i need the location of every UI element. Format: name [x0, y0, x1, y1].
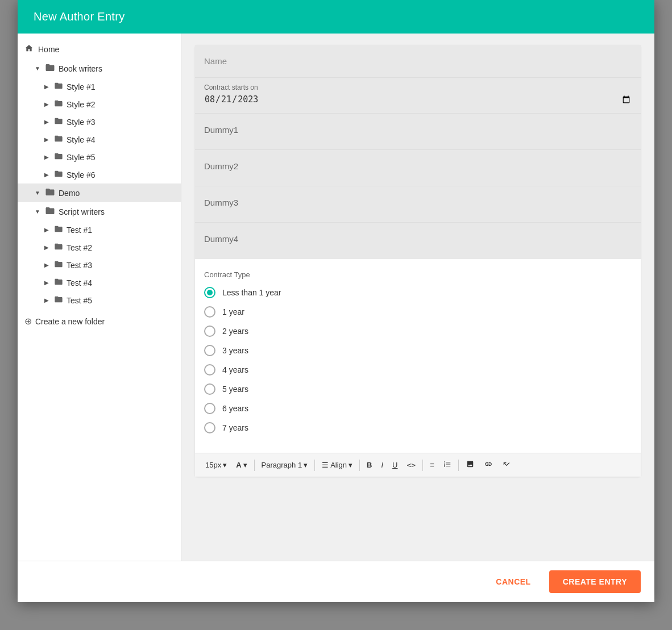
paragraph-label: Paragraph 1: [262, 461, 302, 469]
contract-type-label: Contract Type: [204, 270, 632, 279]
radio-circle-4-years: [204, 364, 215, 376]
folder-icon-test-5: [54, 295, 63, 306]
dummy3-field[interactable]: Dummy3: [195, 186, 641, 223]
demo-label: Demo: [59, 189, 80, 198]
radio-3-years[interactable]: 3 years: [204, 345, 632, 356]
sidebar-item-script-writers[interactable]: ▼ Script writers: [18, 202, 181, 221]
dummy4-field[interactable]: Dummy4: [195, 223, 641, 259]
bold-label: B: [367, 461, 372, 469]
sidebar-item-test-2[interactable]: ▶ Test #2: [18, 239, 181, 256]
radio-2-years[interactable]: 2 years: [204, 326, 632, 337]
modal-container: New Author Entry Home ▼ Book writers: [18, 0, 654, 602]
sidebar-item-home[interactable]: Home: [18, 39, 181, 59]
embed-button[interactable]: [499, 458, 515, 472]
arrow-style-2: ▶: [43, 101, 51, 109]
font-color-arrow: ▾: [243, 461, 247, 469]
folder-icon-test-2: [54, 242, 63, 253]
align-select[interactable]: ☰ Align ▾: [318, 458, 356, 472]
modal-body: Home ▼ Book writers ▶ Style #1 ▶: [18, 34, 654, 561]
sidebar-item-test-4[interactable]: ▶ Test #4: [18, 274, 181, 291]
radio-less-than-1-year[interactable]: Less than 1 year: [204, 287, 632, 298]
radio-1-year[interactable]: 1 year: [204, 306, 632, 318]
font-size-select[interactable]: 15px ▾: [202, 458, 230, 472]
unordered-list-button[interactable]: ≡: [426, 458, 438, 472]
dummy2-field[interactable]: Dummy2: [195, 150, 641, 186]
modal-footer: CANCEL CREATE ENTRY: [18, 561, 654, 602]
folder-icon-demo: [45, 187, 55, 199]
radio-circle-less-than-1-year: [204, 287, 215, 298]
ordered-list-button[interactable]: [440, 458, 455, 472]
folder-icon-book-writers: [45, 62, 55, 74]
radio-label-2-years: 2 years: [222, 327, 248, 336]
italic-label: I: [381, 461, 383, 469]
sidebar-item-test-3[interactable]: ▶ Test #3: [18, 256, 181, 274]
style-4-label: Style #4: [67, 135, 96, 144]
sidebar-item-book-writers[interactable]: ▼ Book writers: [18, 59, 181, 78]
font-color-select[interactable]: A ▾: [233, 458, 250, 472]
arrow-test-5: ▶: [43, 297, 51, 304]
folder-icon-test-3: [54, 260, 63, 270]
radio-circle-2-years: [204, 326, 215, 337]
expand-arrow-script-writers: ▼: [34, 208, 42, 216]
folder-icon-test-4: [54, 277, 63, 288]
radio-circle-1-year: [204, 306, 215, 318]
sidebar-item-style-5[interactable]: ▶ Style #5: [18, 148, 181, 166]
style-6-label: Style #6: [67, 170, 96, 180]
radio-label-3-years: 3 years: [222, 346, 248, 355]
italic-button[interactable]: I: [378, 458, 387, 472]
cancel-button[interactable]: CANCEL: [487, 571, 540, 592]
folder-icon-style-6: [54, 169, 63, 180]
folder-icon-style-2: [54, 99, 63, 110]
arrow-test-2: ▶: [43, 244, 51, 252]
sidebar-item-test-5[interactable]: ▶ Test #5: [18, 291, 181, 309]
sidebar-item-style-4[interactable]: ▶ Style #4: [18, 131, 181, 148]
sidebar-item-style-2[interactable]: ▶ Style #2: [18, 95, 181, 113]
radio-5-years[interactable]: 5 years: [204, 383, 632, 395]
sidebar-item-test-1[interactable]: ▶ Test #1: [18, 221, 181, 239]
link-button[interactable]: [480, 458, 496, 472]
dummy3-label: Dummy3: [204, 198, 238, 207]
dummy1-field[interactable]: Dummy1: [195, 114, 641, 150]
radio-6-years[interactable]: 6 years: [204, 403, 632, 414]
sidebar: Home ▼ Book writers ▶ Style #1 ▶: [18, 34, 181, 561]
align-arrow: ▾: [349, 461, 352, 469]
name-input[interactable]: [195, 45, 641, 77]
radio-circle-6-years: [204, 403, 215, 414]
dummy4-label: Dummy4: [204, 234, 238, 244]
toolbar-divider-2: [314, 460, 315, 471]
align-label: Align: [330, 461, 347, 469]
bold-button[interactable]: B: [363, 458, 375, 472]
arrow-style-4: ▶: [43, 136, 51, 144]
main-content: Contract starts on Dummy1 Dummy2 Dummy3: [181, 34, 654, 561]
arrow-style-6: ▶: [43, 171, 51, 179]
image-icon: [466, 460, 475, 470]
font-size-arrow: ▾: [223, 461, 227, 469]
plus-circle-icon: ⊕: [24, 316, 32, 327]
code-button[interactable]: <>: [403, 458, 419, 472]
test-1-label: Test #1: [67, 226, 92, 235]
create-folder-button[interactable]: ⊕ Create a new folder: [18, 311, 181, 331]
underline-button[interactable]: U: [389, 458, 401, 472]
contract-starts-input[interactable]: [204, 94, 632, 105]
folder-icon-test-1: [54, 224, 63, 235]
image-button[interactable]: [462, 458, 478, 472]
radio-7-years[interactable]: 7 years: [204, 422, 632, 433]
editor-toolbar: 15px ▾ A ▾ Paragraph 1 ▾: [195, 453, 641, 477]
style-1-label: Style #1: [67, 82, 96, 91]
radio-4-years[interactable]: 4 years: [204, 364, 632, 376]
embed-icon: [502, 460, 511, 470]
underline-label: U: [392, 461, 397, 469]
test-4-label: Test #4: [67, 278, 92, 287]
paragraph-select[interactable]: Paragraph 1 ▾: [258, 458, 312, 472]
home-label: Home: [38, 45, 59, 54]
sidebar-item-demo[interactable]: ▼ Demo: [18, 183, 181, 202]
sidebar-item-style-3[interactable]: ▶ Style #3: [18, 113, 181, 131]
contract-starts-field: Contract starts on: [195, 78, 641, 114]
folder-icon-style-5: [54, 152, 63, 162]
sidebar-item-style-1[interactable]: ▶ Style #1: [18, 78, 181, 95]
sidebar-item-style-6[interactable]: ▶ Style #6: [18, 166, 181, 183]
name-field: [195, 45, 641, 78]
modal-header: New Author Entry: [18, 0, 654, 34]
create-entry-button[interactable]: CREATE ENTRY: [549, 570, 641, 593]
font-size-label: 15px: [205, 461, 221, 469]
